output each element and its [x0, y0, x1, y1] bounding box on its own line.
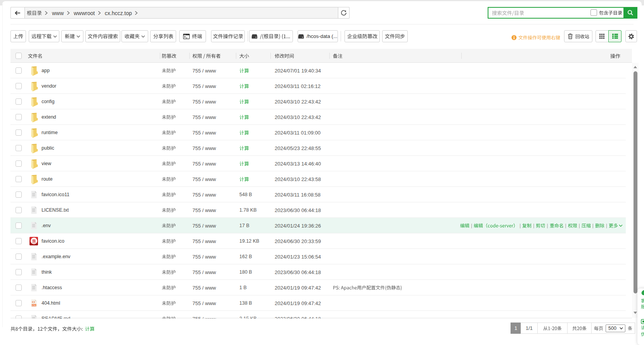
svg-text:HTML: HTML — [32, 304, 36, 306]
